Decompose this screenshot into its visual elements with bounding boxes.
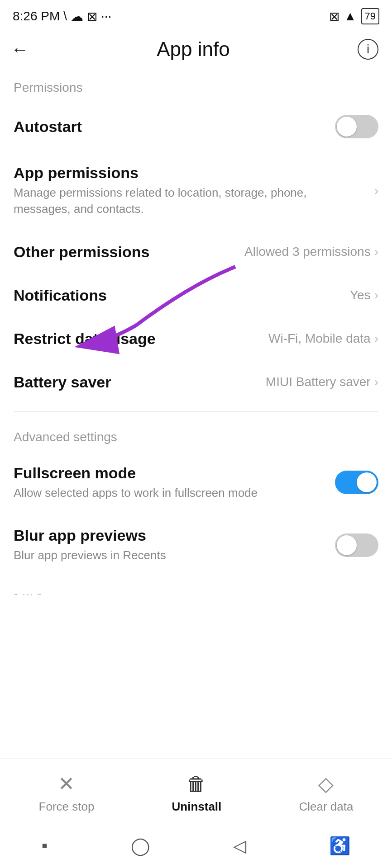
notifications-left: Notifications — [14, 287, 341, 304]
autostart-left: Autostart — [14, 118, 326, 136]
permissions-section: Permissions Autostart App permissions Ma… — [0, 70, 392, 404]
page-title: App info — [157, 38, 229, 61]
more-rows-hint: - ··· - — [14, 577, 378, 656]
other-permissions-right: Allowed 3 permissions › — [244, 245, 378, 259]
other-permissions-chevron: › — [374, 245, 378, 259]
system-nav-bar: ▪ ◯ ◁ ♿ — [0, 823, 392, 868]
blur-previews-subtitle: Blur app previews in Recents — [14, 547, 326, 563]
restrict-data-chevron: › — [374, 331, 378, 346]
autostart-toggle-knob — [337, 117, 357, 137]
app-permissions-row[interactable]: App permissions Manage permissions relat… — [14, 151, 378, 231]
notifications-value: Yes — [350, 288, 371, 302]
fullscreen-toggle-knob — [357, 472, 377, 492]
more-icon: ··· — [101, 9, 111, 24]
fullscreen-right — [335, 471, 378, 494]
status-bar: 8:26 PM \ ☁ ⊠ ··· ⊠ ▲ 79 — [0, 0, 392, 29]
fullscreen-toggle[interactable] — [335, 471, 378, 494]
clear-data-icon: ◇ — [318, 772, 334, 795]
recent-apps-button[interactable]: ▪ — [42, 836, 48, 855]
uninstall-button[interactable]: 🗑 Uninstall — [172, 773, 222, 814]
app-permissions-title: App permissions — [14, 164, 365, 182]
uninstall-icon: 🗑 — [186, 773, 206, 795]
other-permissions-left: Other permissions — [14, 243, 235, 261]
uninstall-label: Uninstall — [172, 800, 222, 814]
blur-previews-left: Blur app previews Blur app previews in R… — [14, 527, 326, 563]
fullscreen-subtitle: Allow selected apps to work in fullscree… — [14, 485, 326, 501]
top-nav: ← App info i — [0, 29, 392, 70]
fullscreen-mode-row[interactable]: Fullscreen mode Allow selected apps to w… — [14, 452, 378, 514]
notifications-title: Notifications — [14, 287, 341, 304]
autostart-toggle[interactable] — [335, 115, 378, 138]
autostart-row[interactable]: Autostart — [14, 102, 378, 151]
section-divider — [14, 411, 378, 412]
info-icon-label: i — [367, 42, 369, 57]
back-nav-button[interactable]: ◁ — [233, 836, 246, 856]
blur-previews-title: Blur app previews — [14, 527, 326, 544]
battery-saver-left: Battery saver — [14, 373, 257, 391]
force-stop-label: Force stop — [39, 800, 95, 814]
notifications-right: Yes › — [350, 288, 378, 302]
advanced-section-label: Advanced settings — [14, 419, 378, 452]
restrict-data-value: Wi-Fi, Mobile data — [268, 331, 371, 346]
home-button[interactable]: ◯ — [131, 836, 150, 856]
other-permissions-row[interactable]: Other permissions Allowed 3 permissions … — [14, 231, 378, 274]
blur-previews-row[interactable]: Blur app previews Blur app previews in R… — [14, 514, 378, 576]
battery-saver-right: MIUI Battery saver › — [266, 375, 378, 389]
clear-data-label: Clear data — [299, 800, 353, 814]
cloud-icon: ☁ — [71, 9, 83, 24]
sim-icon: ⊠ — [329, 9, 339, 24]
notifications-row[interactable]: Notifications Yes › — [14, 274, 378, 317]
accessibility-button[interactable]: ♿ — [329, 836, 350, 856]
status-right: ⊠ ▲ 79 — [329, 8, 379, 24]
other-permissions-value: Allowed 3 permissions — [244, 245, 371, 259]
time-display: 8:26 PM — [13, 9, 60, 24]
notifications-chevron: › — [374, 288, 378, 302]
battery-saver-title: Battery saver — [14, 373, 257, 391]
app-permissions-right: › — [374, 184, 378, 198]
battery-saver-chevron: › — [374, 375, 378, 389]
fullscreen-left: Fullscreen mode Allow selected apps to w… — [14, 464, 326, 501]
restrict-data-title: Restrict data usage — [14, 330, 259, 348]
signal-icon: \ — [63, 9, 67, 24]
app-permissions-chevron: › — [374, 184, 378, 198]
blur-previews-right — [335, 533, 378, 557]
battery-indicator: 79 — [361, 8, 379, 24]
restrict-data-right: Wi-Fi, Mobile data › — [268, 331, 378, 346]
fullscreen-title: Fullscreen mode — [14, 464, 326, 482]
status-left: 8:26 PM \ ☁ ⊠ ··· — [13, 9, 111, 24]
advanced-section: Advanced settings Fullscreen mode Allow … — [0, 419, 392, 656]
app-permissions-subtitle: Manage permissions related to location, … — [14, 184, 365, 217]
wifi-icon: ▲ — [344, 9, 357, 24]
notification-icon: ⊠ — [87, 9, 97, 24]
force-stop-button[interactable]: ✕ Force stop — [39, 772, 95, 814]
battery-saver-value: MIUI Battery saver — [266, 375, 371, 389]
autostart-title: Autostart — [14, 118, 326, 136]
battery-level: 79 — [365, 10, 376, 22]
restrict-data-row[interactable]: Restrict data usage Wi-Fi, Mobile data › — [14, 317, 378, 361]
blur-previews-toggle[interactable] — [335, 533, 378, 557]
clear-data-button[interactable]: ◇ Clear data — [299, 772, 353, 814]
autostart-right — [335, 115, 378, 138]
force-stop-icon: ✕ — [58, 772, 75, 795]
info-button[interactable]: i — [358, 39, 378, 60]
back-button[interactable]: ← — [11, 39, 29, 60]
blur-previews-toggle-knob — [337, 535, 357, 555]
permissions-section-label: Permissions — [14, 70, 378, 102]
battery-saver-row[interactable]: Battery saver MIUI Battery saver › — [14, 361, 378, 404]
app-permissions-left: App permissions Manage permissions relat… — [14, 164, 365, 217]
other-permissions-title: Other permissions — [14, 243, 235, 261]
restrict-data-left: Restrict data usage — [14, 330, 259, 348]
bottom-action-bar: ✕ Force stop 🗑 Uninstall ◇ Clear data — [0, 758, 392, 823]
